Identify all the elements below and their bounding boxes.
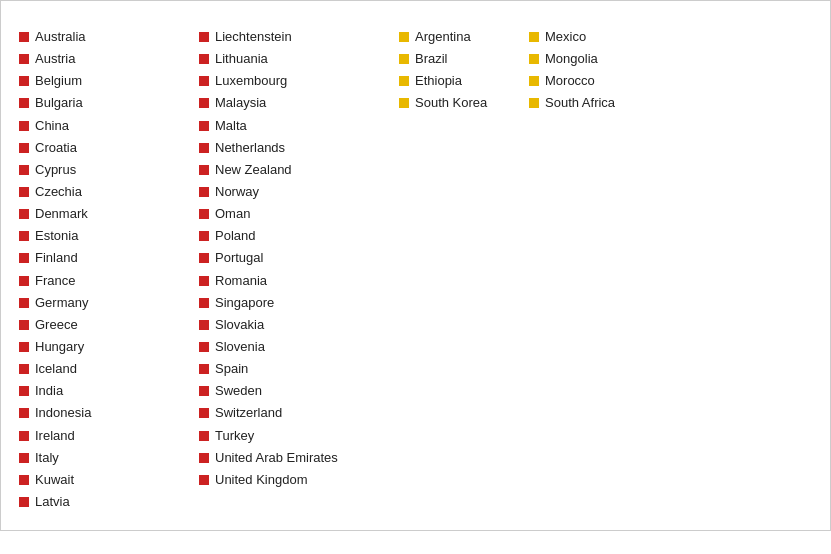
color-square: [199, 364, 209, 374]
color-square: [199, 475, 209, 485]
color-square: [19, 342, 29, 352]
halting-section: AustraliaAustriaBelgiumBulgariaChinaCroa…: [19, 27, 399, 514]
country-name: Liechtenstein: [215, 27, 292, 47]
color-square: [199, 121, 209, 131]
list-item: Luxembourg: [199, 71, 359, 91]
color-square: [19, 320, 29, 330]
country-name: Estonia: [35, 226, 78, 246]
country-name: Norway: [215, 182, 259, 202]
list-item: Brazil: [399, 49, 529, 69]
country-name: Brazil: [415, 49, 448, 69]
grounding-section: ArgentinaBrazilEthiopiaSouth Korea Mexic…: [399, 27, 812, 514]
country-name: South Korea: [415, 93, 487, 113]
country-name: Romania: [215, 271, 267, 291]
country-name: South Africa: [545, 93, 615, 113]
list-item: Malta: [199, 116, 359, 136]
list-item: Singapore: [199, 293, 359, 313]
color-square: [399, 54, 409, 64]
country-name: Belgium: [35, 71, 82, 91]
country-name: Indonesia: [35, 403, 91, 423]
list-item: Cyprus: [19, 160, 199, 180]
country-name: Lithuania: [215, 49, 268, 69]
country-name: Denmark: [35, 204, 88, 224]
list-item: India: [19, 381, 199, 401]
country-name: Turkey: [215, 426, 254, 446]
list-item: Romania: [199, 271, 359, 291]
list-item: Estonia: [19, 226, 199, 246]
color-square: [19, 386, 29, 396]
color-square: [19, 143, 29, 153]
list-item: Czechia: [19, 182, 199, 202]
country-name: Malaysia: [215, 93, 266, 113]
country-name: Hungary: [35, 337, 84, 357]
color-square: [19, 298, 29, 308]
color-square: [19, 431, 29, 441]
list-item: Netherlands: [199, 138, 359, 158]
list-item: Hungary: [19, 337, 199, 357]
list-item: Denmark: [19, 204, 199, 224]
country-name: Argentina: [415, 27, 471, 47]
list-item: Liechtenstein: [199, 27, 359, 47]
color-square: [19, 98, 29, 108]
color-square: [19, 475, 29, 485]
grounding-col1: ArgentinaBrazilEthiopiaSouth Korea: [399, 27, 529, 514]
list-item: Iceland: [19, 359, 199, 379]
country-name: Czechia: [35, 182, 82, 202]
country-name: Malta: [215, 116, 247, 136]
color-square: [199, 143, 209, 153]
color-square: [199, 32, 209, 42]
list-item: South Korea: [399, 93, 529, 113]
country-name: Australia: [35, 27, 86, 47]
list-item: Norway: [199, 182, 359, 202]
list-item: New Zealand: [199, 160, 359, 180]
country-name: Greece: [35, 315, 78, 335]
list-item: Portugal: [199, 248, 359, 268]
color-square: [199, 231, 209, 241]
list-item: Mexico: [529, 27, 659, 47]
list-item: Slovakia: [199, 315, 359, 335]
list-item: United Kingdom: [199, 470, 359, 490]
color-square: [199, 386, 209, 396]
color-square: [19, 253, 29, 263]
color-square: [19, 231, 29, 241]
color-square: [199, 431, 209, 441]
list-item: Ethiopia: [399, 71, 529, 91]
country-name: Slovakia: [215, 315, 264, 335]
list-item: Croatia: [19, 138, 199, 158]
list-item: France: [19, 271, 199, 291]
list-item: Finland: [19, 248, 199, 268]
country-name: Latvia: [35, 492, 70, 512]
list-item: Lithuania: [199, 49, 359, 69]
color-square: [19, 54, 29, 64]
grounding-col2: MexicoMongoliaMoroccoSouth Africa: [529, 27, 659, 514]
country-name: Austria: [35, 49, 75, 69]
country-name: Ireland: [35, 426, 75, 446]
color-square: [529, 54, 539, 64]
list-item: Austria: [19, 49, 199, 69]
country-name: Singapore: [215, 293, 274, 313]
list-item: South Africa: [529, 93, 659, 113]
country-name: Poland: [215, 226, 255, 246]
color-square: [19, 32, 29, 42]
color-square: [19, 276, 29, 286]
list-item: Greece: [19, 315, 199, 335]
halting-col1: AustraliaAustriaBelgiumBulgariaChinaCroa…: [19, 27, 199, 514]
country-name: United Kingdom: [215, 470, 308, 490]
country-name: Luxembourg: [215, 71, 287, 91]
color-square: [199, 209, 209, 219]
list-item: Germany: [19, 293, 199, 313]
color-square: [199, 276, 209, 286]
country-name: India: [35, 381, 63, 401]
list-item: Spain: [199, 359, 359, 379]
country-name: France: [35, 271, 75, 291]
country-name: Kuwait: [35, 470, 74, 490]
country-name: Iceland: [35, 359, 77, 379]
color-square: [19, 187, 29, 197]
country-name: Germany: [35, 293, 88, 313]
country-name: Oman: [215, 204, 250, 224]
list-item: Turkey: [199, 426, 359, 446]
color-square: [19, 121, 29, 131]
list-item: Oman: [199, 204, 359, 224]
country-name: Spain: [215, 359, 248, 379]
color-square: [199, 165, 209, 175]
